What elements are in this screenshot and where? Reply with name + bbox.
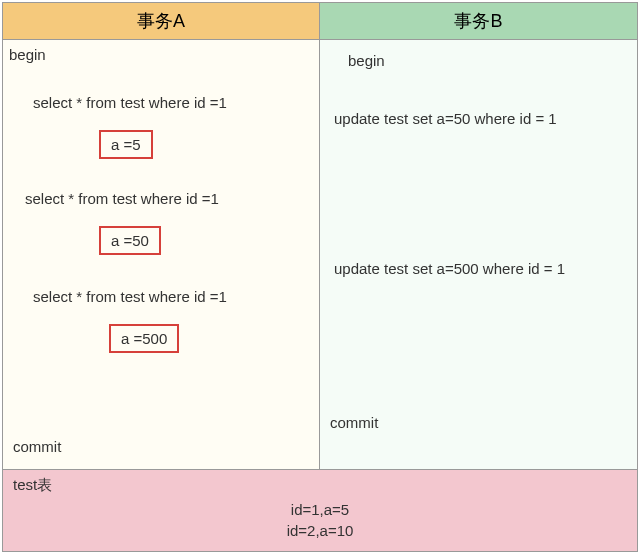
b-begin: begin bbox=[348, 52, 385, 69]
a-begin: begin bbox=[9, 46, 46, 63]
footer-title: test表 bbox=[13, 476, 627, 495]
header-row: 事务A 事务B bbox=[3, 3, 637, 40]
footer-row-2: id=2,a=10 bbox=[13, 520, 627, 541]
header-transaction-b: 事务B bbox=[320, 3, 637, 39]
b-update-1: update test set a=50 where id = 1 bbox=[334, 110, 557, 127]
a-select-2: select * from test where id =1 bbox=[25, 190, 219, 207]
a-commit: commit bbox=[13, 438, 61, 455]
body-row: begin select * from test where id =1 a =… bbox=[3, 40, 637, 470]
footer-row-1: id=1,a=5 bbox=[13, 499, 627, 520]
a-select-3: select * from test where id =1 bbox=[33, 288, 227, 305]
footer-table: test表 id=1,a=5 id=2,a=10 bbox=[3, 470, 637, 551]
b-commit: commit bbox=[330, 414, 378, 431]
a-result-3: a =500 bbox=[109, 324, 179, 353]
a-select-1: select * from test where id =1 bbox=[33, 94, 227, 111]
b-update-2: update test set a=500 where id = 1 bbox=[334, 260, 565, 277]
column-transaction-a: begin select * from test where id =1 a =… bbox=[3, 40, 320, 469]
footer-rows: id=1,a=5 id=2,a=10 bbox=[13, 499, 627, 541]
a-result-2: a =50 bbox=[99, 226, 161, 255]
transaction-diagram: 事务A 事务B begin select * from test where i… bbox=[2, 2, 638, 552]
header-transaction-a: 事务A bbox=[3, 3, 320, 39]
a-result-1: a =5 bbox=[99, 130, 153, 159]
column-transaction-b: begin update test set a=50 where id = 1 … bbox=[320, 40, 637, 469]
